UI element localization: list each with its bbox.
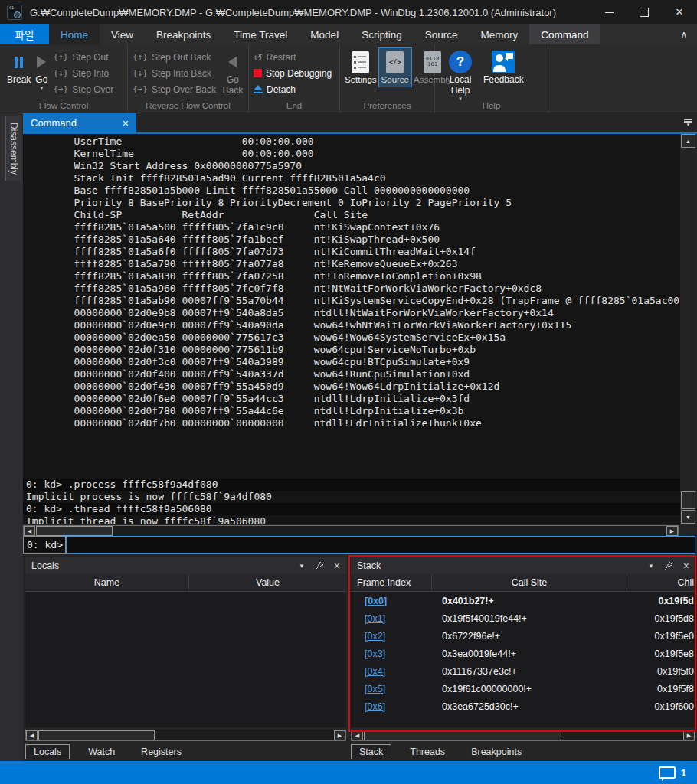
command-output-line: Priority 8 BasePriority 8 PriorityDecrem… xyxy=(23,197,680,209)
scroll-left-button[interactable]: ◀ xyxy=(26,730,38,740)
column-header-frame-index[interactable]: Frame Index xyxy=(351,574,431,591)
command-output-line: 00000000`02d0f3c0 00007ff9`540a3989 wow6… xyxy=(23,356,680,368)
feedback-button[interactable]: Feedback xyxy=(481,48,526,87)
right-dock-tabs: Stack Threads Breakpoints xyxy=(351,743,529,760)
scroll-left-button[interactable]: ◀ xyxy=(24,526,35,536)
command-input[interactable] xyxy=(66,536,695,554)
horizontal-scroll-thumb[interactable] xyxy=(38,730,155,740)
go-back-button[interactable]: Go Back xyxy=(218,48,247,97)
dock-tab-breakpoints[interactable]: Breakpoints xyxy=(463,745,529,759)
maximize-button[interactable] xyxy=(627,0,662,24)
go-button[interactable]: Go ▼ xyxy=(33,48,50,92)
sidebar-tab-disassembly[interactable]: Disassembly xyxy=(5,116,21,181)
tab-view[interactable]: View xyxy=(100,24,145,44)
step-into-icon: {↓} xyxy=(53,68,68,78)
ribbon-tab-bar: 파일 Home View Breakpoints Time Travel Mod… xyxy=(0,24,697,44)
command-output-line: 00000000`02d0f310 00000000`775611b9 wow6… xyxy=(23,344,680,356)
dock-tab-stack[interactable]: Stack xyxy=(351,744,391,760)
stack-frame-link[interactable]: [0x2] xyxy=(351,631,431,642)
dock-tab-threads[interactable]: Threads xyxy=(402,745,453,759)
column-header-child-sp[interactable]: Chil xyxy=(627,574,695,591)
panel-title: Locals xyxy=(31,560,59,571)
scroll-up-button[interactable]: ▲ xyxy=(681,134,695,148)
dock-tab-locals[interactable]: Locals xyxy=(25,744,70,760)
close-panel-icon[interactable]: × xyxy=(334,560,340,572)
command-output[interactable]: UserTime 00:00:00.000 KernelTime 00:00:0… xyxy=(23,134,680,524)
stack-row: [0x6]0x3ea6725d30c!+0x19f600 xyxy=(351,697,695,715)
collapse-ribbon-button[interactable]: ∧ xyxy=(671,24,697,44)
step-out-icon: {↑} xyxy=(53,52,68,62)
pin-icon[interactable] xyxy=(664,561,673,570)
tab-model[interactable]: Model xyxy=(299,24,350,44)
command-vertical-scrollbar[interactable]: ▲ ▼ xyxy=(681,134,695,524)
stack-frame-link[interactable]: [0x1] xyxy=(351,613,431,624)
group-end: ↺ Restart Stop Debugging Detach End xyxy=(249,44,340,113)
command-output-line: ffff8285`01a5a500 fffff805`7fa1c9c0 nt!K… xyxy=(23,221,680,234)
panel-menu-icon[interactable]: ▼ xyxy=(648,563,654,570)
column-header-value[interactable]: Value xyxy=(188,574,346,591)
step-out-back-button[interactable]: {↑} Step Out Back xyxy=(133,49,216,65)
magnifier-icon xyxy=(14,11,21,18)
stack-frame-link[interactable]: [0x5] xyxy=(351,684,431,694)
notification-bubble-icon[interactable] xyxy=(659,766,676,779)
local-help-button[interactable]: ? Local Help ▼ xyxy=(443,48,478,103)
stack-horizontal-scrollbar[interactable]: ◀ ▶ xyxy=(351,730,695,741)
detach-button[interactable]: Detach xyxy=(254,81,332,97)
tab-time-travel[interactable]: Time Travel xyxy=(222,24,299,44)
panel-menu-icon[interactable]: ▼ xyxy=(299,563,305,570)
command-output-line: 00000000`02d0f7b0 00000000`00000000 ntdl… xyxy=(23,417,680,430)
stack-frame-link[interactable]: [0x3] xyxy=(351,648,431,659)
dock-tab-watch[interactable]: Watch xyxy=(80,745,123,759)
scroll-down-button[interactable]: ▼ xyxy=(681,510,695,524)
dock-tab-registers[interactable]: Registers xyxy=(133,745,189,759)
tab-home[interactable]: Home xyxy=(49,24,100,44)
close-tab-icon[interactable]: × xyxy=(123,117,129,129)
vertical-scroll-thumb[interactable] xyxy=(681,491,695,509)
locals-horizontal-scrollbar[interactable]: ◀ ▶ xyxy=(25,730,346,741)
locals-column-header: Name Value xyxy=(25,574,346,592)
horizontal-scroll-thumb[interactable] xyxy=(364,730,561,740)
tab-scripting[interactable]: Scripting xyxy=(350,24,414,44)
step-over-button[interactable]: {→} Step Over xyxy=(53,81,113,97)
scroll-right-button[interactable]: ▶ xyxy=(666,526,678,536)
close-button[interactable]: × xyxy=(662,0,697,24)
tab-source[interactable]: Source xyxy=(414,24,470,44)
settings-button[interactable]: Settings xyxy=(342,48,379,87)
stack-frame-link[interactable]: [0x6] xyxy=(351,701,431,712)
close-panel-icon[interactable]: × xyxy=(683,560,689,572)
stack-call-site: 0x3ea0019fe44!+ xyxy=(431,648,627,659)
tab-command[interactable]: Command xyxy=(529,24,600,44)
column-header-call-site[interactable]: Call Site xyxy=(431,574,627,591)
break-button[interactable]: Break xyxy=(5,48,33,87)
step-into-back-button[interactable]: {↓} Step Into Back xyxy=(133,65,216,81)
chevron-up-icon: ∧ xyxy=(681,29,688,40)
stack-frame-link[interactable]: [0x4] xyxy=(351,666,431,677)
stack-child-sp: 0x19f5d8 xyxy=(627,613,695,624)
step-into-button[interactable]: {↓} Step Into xyxy=(53,65,113,81)
tab-breakpoints[interactable]: Breakpoints xyxy=(145,24,222,44)
scroll-right-button[interactable]: ▶ xyxy=(334,730,345,740)
command-output-line: 00000000`02d0f780 00007ff9`55a44c6e ntdl… xyxy=(23,405,680,417)
step-out-button[interactable]: {↑} Step Out xyxy=(53,49,113,65)
tab-memory[interactable]: Memory xyxy=(469,24,529,44)
minimize-button[interactable] xyxy=(591,0,627,24)
column-header-name[interactable]: Name xyxy=(25,574,188,591)
step-over-back-button[interactable]: {→} Step Over Back xyxy=(133,81,216,97)
command-window-menu-button[interactable]: ▼ xyxy=(684,119,692,127)
scroll-left-button[interactable]: ◀ xyxy=(352,730,363,740)
stop-debugging-button[interactable]: Stop Debugging xyxy=(254,65,332,81)
source-button[interactable]: </> Source xyxy=(379,48,411,87)
tab-file[interactable]: 파일 xyxy=(0,24,49,44)
horizontal-scroll-thumb[interactable] xyxy=(36,526,113,536)
notification-count[interactable]: 1 xyxy=(681,767,686,779)
restart-icon: ↺ xyxy=(254,53,263,62)
command-horizontal-scrollbar[interactable]: ◀ ▶ xyxy=(23,525,679,537)
pin-icon[interactable] xyxy=(315,561,324,570)
source-icon: </> xyxy=(386,51,404,74)
restart-button[interactable]: ↺ Restart xyxy=(254,49,332,65)
command-output-line: 00000000`02d0ea50 00000000`775617c3 wow6… xyxy=(23,332,680,344)
command-window-tab[interactable]: Command × xyxy=(23,113,136,132)
stack-frame-link[interactable]: [0x0] xyxy=(351,596,431,606)
command-output-line: 00000000`02d0e9b8 00007ff9`540a8da5 ntdl… xyxy=(23,307,680,319)
scroll-right-button[interactable]: ▶ xyxy=(683,730,695,740)
